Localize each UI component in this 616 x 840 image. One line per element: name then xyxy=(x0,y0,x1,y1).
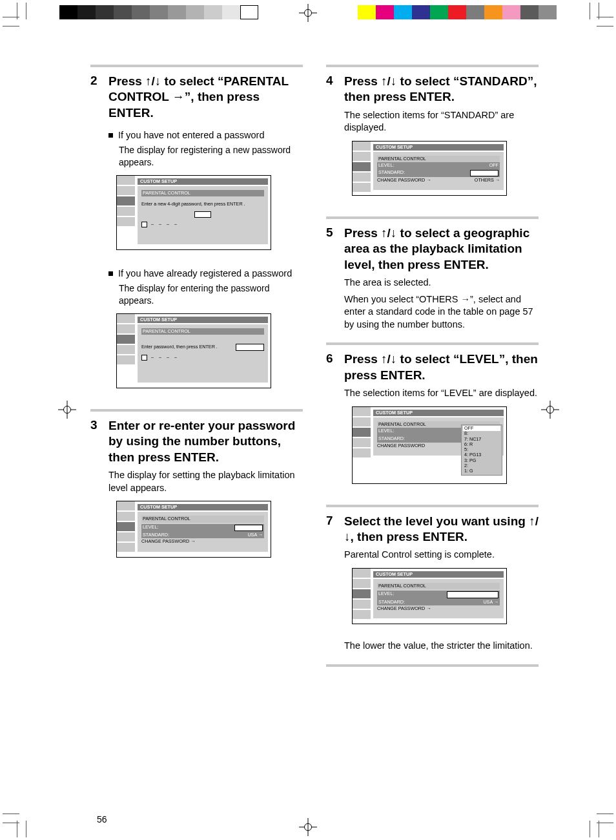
crop-mark-tr xyxy=(582,3,613,34)
osd-label: LEVEL: xyxy=(143,525,158,531)
step-subtext: The area is selected. xyxy=(344,277,539,289)
crop-mark-bl xyxy=(3,806,34,837)
osd-option: 3: PG xyxy=(463,458,500,463)
step-2-bullets-b: If you have already registered a passwor… xyxy=(108,264,303,307)
osd-option: 6: R xyxy=(463,442,500,447)
osd-option: OTHERS → xyxy=(475,178,500,183)
step-subtext-2: When you select “OTHERS →”, select and e… xyxy=(344,293,539,331)
osd-password-dashes: – – – – xyxy=(151,355,179,360)
osd-label: STANDARD: xyxy=(378,436,405,441)
osd-level-dropdown: OFF 8: 7: NC17 6: R 5: 4: PG13 3: PG 2: … xyxy=(461,425,502,476)
osd-screenshot-new-password: CUSTOM SETUP PARENTAL CONTROL Enter a ne… xyxy=(116,175,271,250)
step-subtext: The selection items for “STANDARD” are d… xyxy=(344,109,539,134)
osd-row: CHANGE PASSWORD → xyxy=(377,178,431,183)
osd-password-dashes: – – – – xyxy=(151,222,179,227)
osd-screenshot-standard: CUSTOM SETUP PARENTAL CONTROL LEVEL: OFF… xyxy=(352,141,507,196)
osd-row: PARENTAL CONTROL xyxy=(377,583,500,589)
crop-mark-tl xyxy=(3,3,34,34)
osd-screenshot-enter-password: CUSTOM SETUP PARENTAL CONTROL Enter pass… xyxy=(116,313,271,388)
right-column: 4 Press ↑/↓ to select “STANDARD”, then p… xyxy=(326,65,539,801)
bullet-text: If you have not entered a password xyxy=(118,130,265,140)
step-number: 3 xyxy=(90,418,102,465)
osd-label: STANDARD: xyxy=(378,170,405,176)
osd-title: CUSTOM SETUP xyxy=(373,410,504,416)
osd-label: STANDARD: xyxy=(378,600,405,605)
osd-row: PARENTAL CONTROL xyxy=(141,190,264,196)
osd-title: CUSTOM SETUP xyxy=(138,317,268,323)
osd-value: OFF xyxy=(234,525,263,531)
checkbox-icon xyxy=(141,355,147,361)
registration-mark-right xyxy=(541,401,559,419)
step-7: 7 Select the level you want using ↑/↓, t… xyxy=(326,514,539,545)
osd-row: PARENTAL CONTROL xyxy=(141,516,264,522)
osd-row: PARENTAL CONTROL xyxy=(377,156,500,162)
osd-caption: Enter password, then press ENTER . xyxy=(141,344,218,350)
step-tail-text: The lower the value, the stricter the li… xyxy=(344,640,539,653)
osd-option: 1: G xyxy=(463,468,500,474)
left-column: 2 Press ↑/↓ to select “PARENTAL CONTROL … xyxy=(90,65,303,801)
osd-title: CUSTOM SETUP xyxy=(138,504,268,510)
step-3: 3 Enter or re-enter your password by usi… xyxy=(90,418,303,465)
osd-title: CUSTOM SETUP xyxy=(138,178,268,185)
bullet-subtext: The display for entering the password ap… xyxy=(119,282,303,307)
step-2: 2 Press ↑/↓ to select “PARENTAL CONTROL … xyxy=(90,74,303,121)
osd-label: STANDARD: xyxy=(143,532,169,538)
checkbox-icon xyxy=(141,222,147,227)
osd-screenshot-limit-level: CUSTOM SETUP PARENTAL CONTROL LEVEL: OFF… xyxy=(116,501,271,557)
page-body: 2 Press ↑/↓ to select “PARENTAL CONTROL … xyxy=(90,65,539,801)
step-instruction: Press ↑/↓ to select “STANDARD”, then pre… xyxy=(344,74,539,105)
page-number: 56 xyxy=(97,814,107,824)
osd-value: USA → xyxy=(247,532,263,538)
registration-mark-top xyxy=(299,4,317,22)
osd-title: CUSTOM SETUP xyxy=(373,144,504,151)
step-subtext: The display for setting the playback lim… xyxy=(108,469,303,494)
step-number: 6 xyxy=(326,352,338,383)
osd-screenshot-level-set: CUSTOM SETUP PARENTAL CONTROL LEVEL: 4: … xyxy=(352,568,507,624)
bullet-text: If you have already registered a passwor… xyxy=(118,268,292,278)
registration-mark-left xyxy=(58,401,76,419)
color-colorbar xyxy=(358,5,557,19)
osd-label: LEVEL: xyxy=(378,428,394,435)
step-number: 4 xyxy=(326,74,338,105)
osd-screenshot-level-list: CUSTOM SETUP PARENTAL CONTROL LEVEL: OFF… xyxy=(352,406,507,484)
step-subtext: The selection items for “LEVEL” are disp… xyxy=(344,387,539,400)
osd-row: CHANGE PASSWORD → xyxy=(377,605,500,612)
step-number: 2 xyxy=(90,74,102,121)
osd-value: USA → xyxy=(483,600,498,605)
osd-value: USA xyxy=(470,170,498,176)
step-instruction: Select the level you want using ↑/↓, the… xyxy=(344,514,539,545)
step-instruction: Press ↑/↓ to select “LEVEL”, then press … xyxy=(344,352,539,383)
step-5: 5 Press ↑/↓ to select a geographic area … xyxy=(326,226,539,273)
step-number: 5 xyxy=(326,226,338,273)
step-instruction: Press ↑/↓ to select a geographic area as… xyxy=(344,226,539,273)
crop-mark-br xyxy=(582,806,613,837)
osd-label: LEVEL: xyxy=(378,591,394,598)
step-4: 4 Press ↑/↓ to select “STANDARD”, then p… xyxy=(326,74,539,105)
osd-option: OFF xyxy=(463,426,500,431)
osd-title: CUSTOM SETUP xyxy=(373,571,504,578)
osd-value: OFF xyxy=(489,163,498,168)
osd-label: LEVEL: xyxy=(378,163,394,168)
step-number: 7 xyxy=(326,514,338,545)
bullet-subtext: The display for registering a new passwo… xyxy=(119,144,303,169)
osd-row: CHANGE PASSWORD → xyxy=(141,538,264,545)
step-instruction: Enter or re-enter your password by using… xyxy=(108,418,303,465)
osd-row: PARENTAL CONTROL xyxy=(141,328,264,335)
registration-mark-bottom xyxy=(299,818,317,836)
step-2-bullets: If you have not entered a password The d… xyxy=(108,126,303,169)
step-instruction: Press ↑/↓ to select “PARENTAL CONTROL →”… xyxy=(108,74,303,121)
osd-value: 4: PG13 xyxy=(447,591,498,598)
osd-caption: Enter a new 4-digit password, then press… xyxy=(141,202,264,207)
gray-colorbar xyxy=(59,5,258,19)
step-subtext: Parental Control setting is complete. xyxy=(344,549,539,562)
step-6: 6 Press ↑/↓ to select “LEVEL”, then pres… xyxy=(326,352,539,383)
